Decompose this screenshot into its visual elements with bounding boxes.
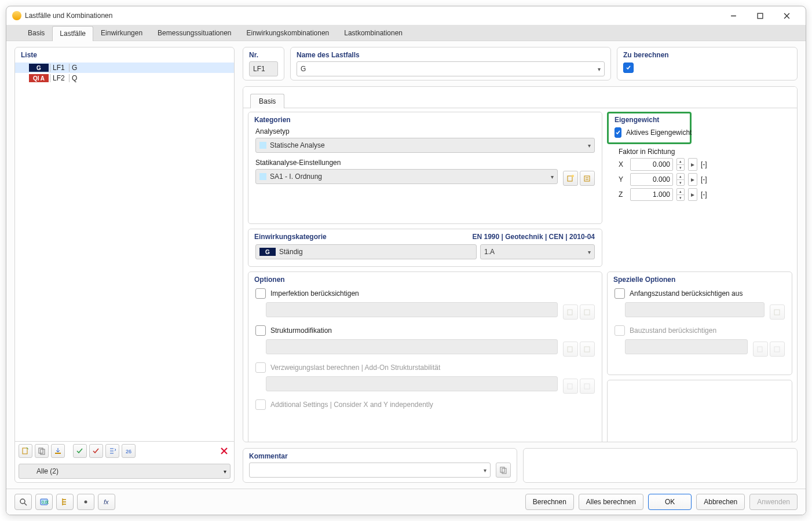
struktur-dropdown bbox=[266, 339, 558, 354]
maximize-button[interactable] bbox=[747, 6, 773, 25]
struktur-checkbox[interactable] bbox=[255, 325, 266, 336]
anfang-label: Anfangszustand berücksichtigen aus bbox=[630, 289, 742, 298]
new-settings-icon[interactable] bbox=[563, 171, 578, 186]
search-icon[interactable] bbox=[14, 494, 32, 510]
spinner[interactable]: ▴▾ bbox=[676, 173, 685, 186]
struktur-label: Strukturmodifikation bbox=[270, 326, 332, 335]
new-icon[interactable] bbox=[19, 444, 32, 458]
statik-dropdown[interactable]: SA1 - I. Ordnung ▾ bbox=[255, 169, 558, 184]
svg-rect-9 bbox=[568, 310, 572, 315]
analysetyp-dropdown[interactable]: Statische Analyse ▾ bbox=[255, 138, 595, 153]
swatch-icon bbox=[259, 142, 266, 149]
new-icon bbox=[563, 304, 578, 320]
imperfektion-checkbox[interactable] bbox=[255, 288, 266, 299]
factor-label: Faktor in Richtung bbox=[619, 146, 792, 157]
tree-icon[interactable] bbox=[56, 494, 74, 510]
kommentar-title: Kommentar bbox=[243, 449, 517, 463]
list-filter-dropdown[interactable]: Alle (2) ▾ bbox=[19, 464, 231, 479]
anfang-checkbox[interactable] bbox=[615, 288, 625, 299]
abbrechen-button[interactable]: Abbrechen bbox=[696, 494, 745, 510]
footer-bar: 0,00 fx Berechnen Alles berechnen OK Abb… bbox=[6, 489, 806, 515]
dot-icon[interactable] bbox=[77, 494, 94, 510]
spezielle-group: Spezielle Optionen Anfangszustand berück… bbox=[607, 271, 792, 375]
import-icon[interactable] bbox=[51, 444, 65, 458]
ok-button[interactable]: OK bbox=[648, 494, 692, 510]
subtab-basis[interactable]: Basis bbox=[250, 94, 284, 108]
anwenden-button: Anwenden bbox=[749, 494, 798, 510]
svg-rect-6 bbox=[568, 176, 572, 181]
factor-x-input[interactable]: 0.000 bbox=[630, 158, 673, 171]
renumber-icon[interactable]: 26 bbox=[122, 444, 136, 458]
active-selfweight-checkbox[interactable] bbox=[615, 127, 621, 138]
spezielle-title: Spezielle Optionen bbox=[608, 272, 792, 286]
berechnen-button[interactable]: Berechnen bbox=[525, 494, 574, 510]
edit-icon bbox=[770, 304, 785, 320]
ek-sub-dropdown[interactable]: 1.A ▾ bbox=[480, 244, 595, 259]
close-button[interactable] bbox=[773, 6, 800, 25]
function-icon[interactable]: fx bbox=[98, 494, 115, 510]
kommentar-field[interactable]: ▾ bbox=[249, 463, 491, 478]
tab-lastkomb[interactable]: Lastkombinationen bbox=[336, 25, 410, 41]
kategorien-title: Kategorien bbox=[248, 112, 602, 126]
main-tabs: Basis Lastfälle Einwirkungen Bemessungss… bbox=[6, 25, 806, 41]
uncheck-all-icon[interactable] bbox=[89, 444, 103, 458]
factor-y-input[interactable]: 0.000 bbox=[630, 173, 673, 186]
svg-rect-0 bbox=[758, 13, 763, 19]
new-icon bbox=[563, 379, 578, 394]
bauzustand-checkbox bbox=[615, 325, 625, 336]
nr-field[interactable]: LF1 bbox=[249, 61, 278, 76]
calc-checkbox[interactable] bbox=[623, 63, 634, 73]
play-icon[interactable]: ▸ bbox=[688, 173, 697, 186]
svg-rect-16 bbox=[758, 347, 762, 352]
bauzustand-dropdown bbox=[625, 339, 748, 354]
tab-bemessung[interactable]: Bemessungssituationen bbox=[150, 25, 239, 41]
dialog-window: Lastfälle und Kombinationen Basis Lastfä… bbox=[6, 6, 806, 515]
name-label: Name des Lastfalls bbox=[291, 47, 610, 61]
factor-z-input[interactable]: 1.000 bbox=[630, 188, 673, 201]
statik-label: Statikanalyse-Einstellungen bbox=[248, 157, 602, 168]
units-icon[interactable]: 0,00 bbox=[35, 494, 53, 510]
optionen-title: Optionen bbox=[248, 272, 602, 286]
play-icon[interactable]: ▸ bbox=[688, 188, 697, 201]
list-tag: QI A bbox=[29, 74, 49, 82]
imperfektion-dropdown bbox=[266, 302, 558, 317]
list-panel: Liste G LF1 G QI A LF2 Q bbox=[14, 47, 235, 483]
additional-checkbox bbox=[255, 399, 266, 410]
tab-einwirkungen[interactable]: Einwirkungen bbox=[93, 25, 150, 41]
kommentar-side-panel bbox=[523, 448, 798, 483]
svg-point-20 bbox=[20, 499, 25, 504]
tab-lastfaelle[interactable]: Lastfälle bbox=[52, 26, 93, 41]
minimize-button[interactable] bbox=[720, 6, 747, 25]
eigengewicht-title: Eigengewicht bbox=[609, 113, 690, 126]
svg-rect-14 bbox=[584, 384, 590, 389]
kommentar-edit-icon[interactable] bbox=[496, 463, 511, 478]
standard-link[interactable]: EN 1990 | Geotechnik | CEN | 2010-04 bbox=[473, 233, 595, 241]
nr-label: Nr. bbox=[243, 47, 284, 61]
spinner[interactable]: ▴▾ bbox=[676, 188, 685, 201]
list-row[interactable]: QI A LF2 Q bbox=[15, 73, 234, 83]
svg-point-7 bbox=[572, 175, 574, 177]
additional-label: Additional Settings | Consider X and Y i… bbox=[270, 401, 433, 409]
chevron-down-icon[interactable]: ▾ bbox=[598, 66, 601, 72]
check-all-icon[interactable] bbox=[73, 444, 87, 458]
spinner[interactable]: ▴▾ bbox=[676, 158, 685, 171]
new-icon bbox=[753, 342, 768, 357]
tab-einwirkungskomb[interactable]: Einwirkungskombinationen bbox=[239, 25, 337, 41]
ek-category-dropdown[interactable]: G Ständig bbox=[255, 244, 477, 259]
tab-basis[interactable]: Basis bbox=[20, 25, 52, 41]
edit-settings-icon[interactable] bbox=[580, 171, 595, 186]
calc-panel: Zu berechnen bbox=[617, 47, 798, 80]
play-icon[interactable]: ▸ bbox=[688, 158, 697, 171]
delete-icon[interactable] bbox=[218, 445, 231, 457]
sort-icon[interactable] bbox=[105, 444, 119, 458]
kommentar-panel: Kommentar ▾ bbox=[243, 448, 517, 483]
name-field[interactable]: G ▾ bbox=[297, 61, 605, 76]
alles-berechnen-button[interactable]: Alles berechnen bbox=[579, 494, 643, 510]
svg-rect-12 bbox=[584, 347, 590, 352]
list-row[interactable]: G LF1 G bbox=[15, 63, 234, 73]
copy-icon[interactable] bbox=[35, 444, 49, 458]
active-selfweight-label: Aktives Eigengewicht bbox=[626, 129, 692, 137]
chevron-down-icon: ▾ bbox=[551, 174, 554, 180]
optionen-group: Optionen Imperfektion berücksichtigen bbox=[248, 271, 602, 442]
app-icon bbox=[12, 11, 21, 20]
